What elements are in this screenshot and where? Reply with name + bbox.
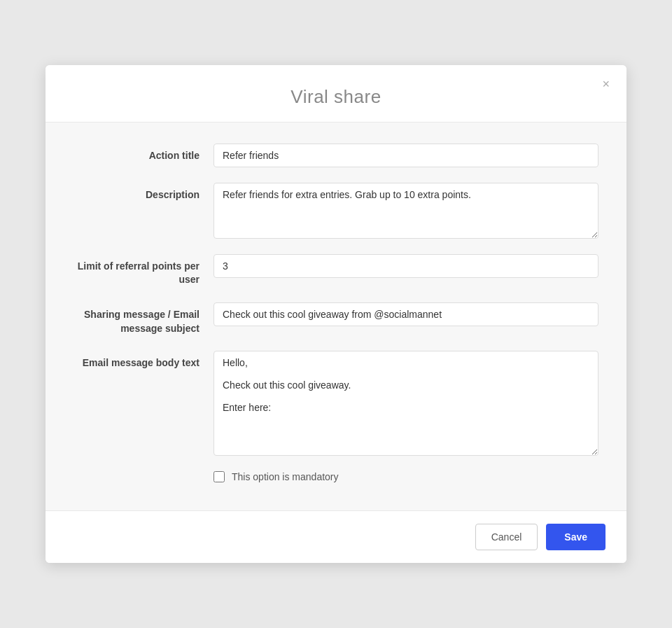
close-button[interactable]: × (598, 75, 614, 93)
mandatory-checkbox[interactable] (214, 471, 225, 482)
save-button[interactable]: Save (546, 524, 606, 550)
action-title-input[interactable] (214, 144, 598, 167)
sharing-message-row: Sharing message / Email message subject (74, 302, 598, 335)
description-label: Description (74, 183, 214, 202)
limit-label: Limit of referral points per user (74, 254, 214, 287)
email-body-row: Email message body text Hello, Check out… (74, 351, 598, 456)
action-title-row: Action title (74, 144, 598, 167)
mandatory-row: This option is mandatory (214, 471, 598, 482)
description-input[interactable]: Refer friends for extra entries. Grab up… (214, 183, 598, 239)
modal-footer: Cancel Save (46, 510, 626, 563)
limit-row: Limit of referral points per user (74, 254, 598, 287)
limit-input[interactable] (214, 254, 598, 278)
cancel-button[interactable]: Cancel (475, 524, 538, 550)
modal-header: Viral share × (46, 65, 626, 123)
sharing-message-label: Sharing message / Email message subject (74, 302, 214, 335)
modal-dialog: Viral share × Action title Description R… (46, 65, 626, 563)
modal-title: Viral share (59, 86, 612, 108)
email-body-input[interactable]: Hello, Check out this cool giveaway. Ent… (214, 351, 598, 456)
action-title-label: Action title (74, 144, 214, 163)
sharing-message-input[interactable] (214, 302, 598, 326)
description-row: Description Refer friends for extra entr… (74, 183, 598, 239)
modal-overlay: Viral share × Action title Description R… (0, 0, 672, 628)
mandatory-label[interactable]: This option is mandatory (232, 471, 339, 482)
email-body-label: Email message body text (74, 351, 214, 370)
modal-body: Action title Description Refer friends f… (46, 123, 626, 510)
